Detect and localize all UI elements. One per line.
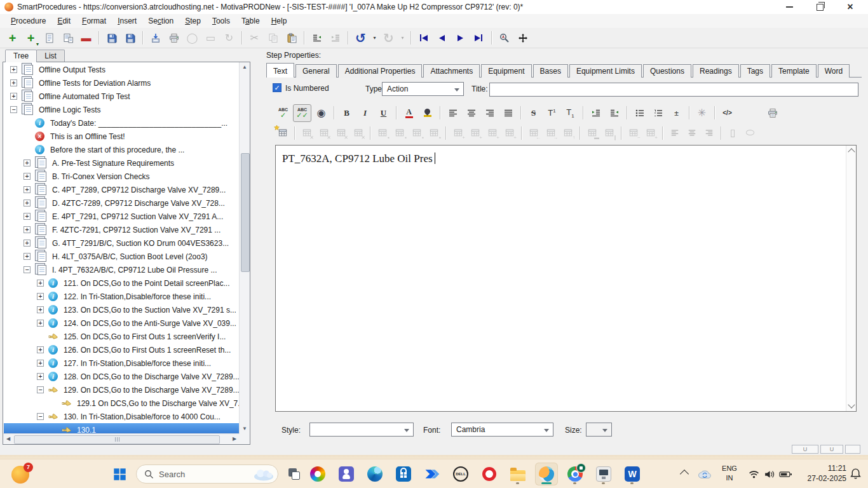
scroll-thumb[interactable] [241, 153, 250, 272]
tab-bases[interactable]: Bases [533, 64, 568, 78]
bold-button[interactable]: B [338, 105, 355, 121]
align-justify-button[interactable] [499, 105, 517, 121]
expand-icon[interactable]: + [24, 253, 31, 260]
collapse-icon[interactable]: − [37, 413, 44, 420]
tree-item[interactable]: +i123. On DCS,Go to the Suction Valve XV… [4, 303, 240, 316]
menu-section[interactable]: Section [142, 14, 179, 28]
weather-widget[interactable]: 7 [8, 464, 33, 485]
expand-icon[interactable]: + [37, 373, 44, 380]
copilot-icon[interactable] [306, 463, 329, 485]
chrome-icon[interactable] [564, 463, 587, 485]
indent-increase-button[interactable] [587, 105, 604, 121]
collapse-icon[interactable]: − [10, 106, 17, 113]
tree-item[interactable]: +i121. On DCS,Go to the Point Detail scr… [4, 276, 240, 290]
tree-item[interactable]: 129.1 On DCS,Go to the Discharge Valve X… [4, 396, 240, 410]
bullet-list-button[interactable] [631, 105, 648, 121]
remote-desktop-icon[interactable] [592, 463, 615, 485]
type-select[interactable]: Action [382, 82, 464, 96]
undo-dropdown-button[interactable]: ▾ [370, 30, 379, 46]
tab-equipment-limits[interactable]: Equipment Limits [569, 64, 642, 78]
tree-item[interactable]: +C. 4PT_7289, CP9712 Discharge Valve XV_… [4, 183, 240, 196]
tree-item[interactable]: +D. 4ZTC-7289, CP9712 Discharge Valve XV… [4, 196, 240, 210]
collapse-icon[interactable]: − [24, 266, 31, 273]
collapse-icon[interactable]: − [37, 386, 44, 393]
tree-item[interactable]: −130. In Tri-Station,Disable/force to 40… [4, 410, 240, 423]
tree-tab-list[interactable]: List [36, 50, 65, 62]
strikethrough-button[interactable]: S [525, 105, 542, 121]
format-wand-button[interactable]: ✳ [693, 105, 710, 121]
size-select[interactable] [586, 423, 612, 437]
tree-item[interactable]: iToday's Date: _________________________… [4, 116, 240, 130]
align-left-button[interactable] [444, 105, 461, 121]
indent-decrease-button[interactable] [606, 105, 623, 121]
superscript-button[interactable]: T1 [543, 105, 560, 121]
title-input[interactable] [489, 83, 858, 97]
go-previous-step-button[interactable] [433, 30, 451, 46]
tree-item[interactable]: +Offline Output Tests [4, 63, 240, 76]
menu-procedure[interactable]: Procedure [5, 14, 51, 28]
numbered-list-button[interactable] [649, 105, 667, 121]
scroll-left-icon[interactable]: ◀ [3, 434, 13, 444]
tree-horizontal-scrollbar[interactable]: ◀ ▶ [3, 433, 240, 444]
start-button[interactable] [108, 463, 131, 485]
wifi-icon[interactable] [749, 469, 759, 480]
tree-tab-tree[interactable]: Tree [5, 50, 37, 62]
print-button[interactable] [165, 30, 182, 46]
expand-icon[interactable]: + [10, 93, 17, 100]
is-numbered-checkbox[interactable]: ✓ [273, 83, 281, 92]
editor-scrollbar[interactable] [846, 146, 856, 411]
expand-icon[interactable]: + [10, 79, 17, 86]
tree-item[interactable]: +E. 4PT_7291, CP9712 Suction Valve XV_72… [4, 210, 240, 223]
italic-button[interactable]: I [356, 105, 374, 121]
insert-table-button[interactable] [275, 126, 290, 140]
spell-check-as-you-type-button[interactable]: ABC✓✓ [293, 104, 311, 122]
expand-icon[interactable]: + [24, 240, 31, 247]
microsoft-store-icon[interactable] [392, 463, 415, 485]
find-button[interactable] [496, 30, 513, 46]
font-select[interactable]: Cambria [451, 423, 553, 437]
menu-insert[interactable]: Insert [112, 14, 142, 28]
go-first-step-button[interactable] [415, 30, 432, 46]
notification-bell-icon[interactable] [850, 468, 862, 480]
underline-button[interactable]: U [375, 105, 392, 121]
search-box[interactable]: Search [136, 464, 278, 484]
scroll-thumb[interactable] [14, 435, 220, 444]
expand-icon[interactable]: + [24, 173, 31, 180]
tree-item[interactable]: +Offline Tests for Deviation Alarms [4, 76, 240, 90]
view-outline-details-button[interactable] [59, 30, 76, 46]
scroll-down-icon[interactable] [848, 401, 855, 408]
tab-general[interactable]: General [295, 64, 337, 78]
clock[interactable]: 11:21 27-02-2025 [793, 463, 846, 484]
word-icon[interactable]: W [621, 463, 644, 485]
tab-template[interactable]: Template [771, 64, 817, 78]
expand-icon[interactable]: + [24, 226, 31, 233]
tab-questions[interactable]: Questions [643, 64, 691, 78]
paste-button[interactable] [283, 30, 300, 46]
volume-icon[interactable] [764, 469, 775, 480]
expand-icon[interactable]: + [37, 280, 44, 287]
tab-additional-properties[interactable]: Additional Properties [338, 64, 423, 78]
align-right-button[interactable] [481, 105, 498, 121]
tree-item[interactable]: +i126. On DCS,Go to First Outs 1 screenR… [4, 343, 240, 356]
tree-item[interactable]: +Offline Automated Trip Test [4, 90, 240, 103]
add-child-step-button[interactable]: +▾ [22, 30, 39, 46]
scroll-up-icon[interactable]: ▲ [240, 62, 250, 72]
tree-item[interactable]: +i127. In Tri-Station,Disable/force thes… [4, 356, 240, 370]
edge-icon[interactable] [363, 463, 386, 485]
record-audio-button[interactable]: ◉ [313, 105, 330, 121]
expand-icon[interactable]: + [37, 306, 44, 313]
plus-minus-button[interactable]: ± [668, 105, 685, 121]
font-color-button[interactable]: A [400, 105, 417, 121]
scroll-up-icon[interactable] [848, 148, 855, 155]
teams-icon[interactable] [335, 463, 358, 485]
tree-item[interactable]: +B. Tri-Conex Version Checks [4, 170, 240, 183]
file-explorer-icon[interactable] [506, 463, 529, 485]
expand-icon[interactable]: + [24, 159, 31, 166]
smartprocedures-icon[interactable] [535, 463, 558, 485]
tree-item[interactable]: −I. 4PT_7632A/B/C, CP9712 Lube Oil Press… [4, 263, 240, 276]
scroll-down-icon[interactable]: ▼ [240, 424, 250, 434]
tree-item[interactable]: +i124. On DCS,Go to the Anti-Surge Valve… [4, 316, 240, 330]
tree-item[interactable]: +A. Pre-Test Signature Requirements [4, 156, 240, 170]
tray-expand-button[interactable] [681, 468, 688, 477]
go-last-step-button[interactable] [470, 30, 487, 46]
